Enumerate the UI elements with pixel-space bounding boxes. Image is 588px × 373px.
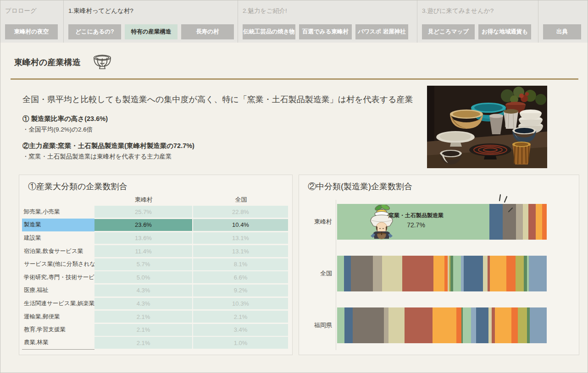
nav-buttons: 伝統工芸品の焼き物百選でみる東峰村パワスポ 岩屋神社 xyxy=(243,24,408,39)
cell-japan-value[interactable]: 6.6% xyxy=(193,271,288,283)
pottery-photo xyxy=(427,86,547,168)
bar-segment[interactable] xyxy=(516,204,523,240)
bar-segment[interactable] xyxy=(382,256,402,291)
summary-block: 全国・県平均と比較しても製造業への集中度が高く、特に「窯業・土石製品製造業」は村… xyxy=(22,94,422,169)
nav-button[interactable]: 伝統工芸品の焼き物 xyxy=(243,24,295,39)
bar-annotation: 窯業・土石製品製造業 72.7% xyxy=(379,212,453,229)
bar-segment[interactable] xyxy=(384,307,388,343)
nav-button[interactable]: 出典 xyxy=(543,24,581,39)
bar-segment[interactable] xyxy=(373,256,382,291)
bar-segment[interactable] xyxy=(471,307,476,343)
row-label[interactable]: 学術研究,専門・技術サービ xyxy=(22,271,94,284)
cell-japan-value[interactable]: 10.4% xyxy=(193,219,288,231)
bar-segment[interactable] xyxy=(456,307,461,343)
bar-segment[interactable] xyxy=(523,204,528,240)
row-label[interactable]: 卸売業,小売業 xyxy=(22,205,94,219)
bar-segment[interactable] xyxy=(490,256,506,291)
cell-japan-value[interactable]: 2.1% xyxy=(193,311,288,323)
cell-japan-value[interactable]: 1.0% xyxy=(193,337,288,349)
row-label[interactable]: 製造業 xyxy=(22,219,94,232)
bar-segment[interactable] xyxy=(337,307,344,343)
cell-toho-value[interactable]: 11.4% xyxy=(94,245,192,257)
bar-segment[interactable] xyxy=(506,256,516,291)
cell-japan-value[interactable]: 10.3% xyxy=(193,298,288,310)
cell-toho-value[interactable]: 2.1% xyxy=(94,337,192,349)
bar-segment[interactable] xyxy=(530,307,547,343)
industry-table: 東峰村 全国 卸売業,小売業25.7%22.8%製造業23.6%10.4%建設業… xyxy=(22,194,290,350)
bar-segment[interactable] xyxy=(488,307,492,343)
bar-segment[interactable] xyxy=(492,307,495,343)
nav-button[interactable]: どこにあるの? xyxy=(68,24,121,39)
table-row: 製造業23.6%10.4% xyxy=(22,219,290,232)
cell-toho-value[interactable]: 25.7% xyxy=(94,206,192,218)
bar-segment[interactable] xyxy=(542,204,547,240)
bar-segment[interactable] xyxy=(351,256,373,291)
cell-toho-value[interactable]: 2.1% xyxy=(94,311,192,323)
nav-button[interactable]: パワスポ 岩屋神社 xyxy=(355,24,408,39)
nav-section-label: 2.魅力をご紹介! xyxy=(243,7,287,15)
manufacturing-chart-panel: ②中分類(製造業)企業数割合 東峰村 窯業 xyxy=(299,175,579,355)
cell-toho-value[interactable]: 13.6% xyxy=(94,232,192,244)
cell-japan-value[interactable]: 22.8% xyxy=(193,206,288,218)
cell-toho-value[interactable]: 2.1% xyxy=(94,324,192,336)
table-row: 卸売業,小売業25.7%22.8% xyxy=(22,205,290,219)
bar-row: 東峰村 窯業・土石製品製造業 72.7% xyxy=(299,204,580,240)
bar-segment[interactable] xyxy=(353,307,384,343)
industry-table-title: ①産業大分類の企業数割合 xyxy=(28,181,127,192)
nav-buttons: 出典 xyxy=(543,24,581,39)
cell-toho-value[interactable]: 4.3% xyxy=(94,298,192,310)
bar-segment[interactable] xyxy=(516,256,524,291)
cell-japan-value[interactable]: 13.1% xyxy=(193,232,288,244)
bar-segment[interactable] xyxy=(495,307,511,343)
cell-toho-value[interactable]: 23.6% xyxy=(94,219,192,231)
bar-segment[interactable] xyxy=(536,204,542,240)
cell-japan-value[interactable]: 9.2% xyxy=(193,285,288,296)
table-row: 宿泊業,飲食サービス業11.4%13.1% xyxy=(22,245,290,258)
dashboard-root: プロローグ東峰村の夜空1.東峰村ってどんな村?どこにあるの?特有の産業構造長寿の… xyxy=(0,0,588,373)
bar-segment[interactable] xyxy=(388,307,405,343)
nav-button[interactable]: 長寿の村 xyxy=(181,24,234,39)
cell-toho-value[interactable]: 5.7% xyxy=(94,258,192,270)
bar-segment[interactable] xyxy=(524,256,527,291)
bar-segment[interactable] xyxy=(463,307,471,343)
nav-button[interactable]: 見どころマップ xyxy=(422,24,475,39)
bar-segment[interactable] xyxy=(344,256,351,291)
cell-toho-value[interactable]: 5.0% xyxy=(94,271,192,283)
bar-segment[interactable] xyxy=(476,307,488,343)
row-label[interactable]: 建設業 xyxy=(22,231,94,245)
nav-button[interactable]: 東峰村の夜空 xyxy=(5,24,58,39)
bar-segment[interactable] xyxy=(337,256,344,291)
industry-table-header: 東峰村 全国 xyxy=(22,194,290,205)
row-label[interactable]: 宿泊業,飲食サービス業 xyxy=(22,245,94,258)
cell-japan-value[interactable]: 3.4% xyxy=(193,324,288,336)
row-label[interactable]: 農業,林業 xyxy=(22,336,94,350)
column-header-toho: 東峰村 xyxy=(94,196,193,204)
nav-button[interactable]: 特有の産業構造 xyxy=(125,24,178,39)
bar-segment[interactable] xyxy=(405,307,433,343)
bar-segment[interactable] xyxy=(529,256,547,291)
bar-segment[interactable] xyxy=(453,256,461,291)
bar-segment[interactable] xyxy=(464,256,483,291)
bar-segment[interactable] xyxy=(433,307,457,343)
header-divider xyxy=(11,78,578,80)
bar-segment[interactable] xyxy=(528,204,536,240)
bar-segment[interactable] xyxy=(344,307,353,343)
row-label[interactable]: 生活関連サービス業,娯楽業 xyxy=(22,297,94,310)
bar-segment[interactable] xyxy=(402,256,434,291)
cell-toho-value[interactable]: 4.3% xyxy=(94,285,192,296)
bar-segment[interactable] xyxy=(444,256,448,291)
bar-segment[interactable] xyxy=(433,256,444,291)
summary-point1-detail: ・全国平均(9.2%)の2.6倍 xyxy=(22,126,422,134)
bar-segment[interactable] xyxy=(483,256,488,291)
cell-japan-value[interactable]: 13.1% xyxy=(193,245,288,257)
nav-button[interactable]: お得な地域通貨も xyxy=(478,24,531,39)
bar-segment[interactable] xyxy=(518,307,527,343)
row-label[interactable]: 教育,学習支援業 xyxy=(22,323,94,336)
cell-japan-value[interactable]: 8.1% xyxy=(193,258,288,270)
table-row: 生活関連サービス業,娯楽業4.3%10.3% xyxy=(22,297,290,310)
nav-button[interactable]: 百選でみる東峰村 xyxy=(299,24,352,39)
bar-segment[interactable] xyxy=(511,307,518,343)
row-label[interactable]: 医療,福祉 xyxy=(22,284,94,297)
row-label[interactable]: サービス業(他に分類されな xyxy=(22,258,94,271)
row-label[interactable]: 運輸業,郵便業 xyxy=(22,310,94,324)
